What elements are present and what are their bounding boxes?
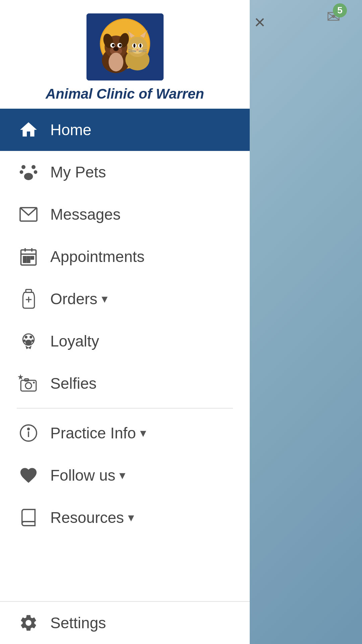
nav-label-home: Home [50, 121, 92, 139]
info-icon [17, 421, 40, 445]
svg-rect-43 [23, 260, 26, 263]
svg-rect-44 [27, 260, 30, 263]
nav-label-follow-us: Follow us [50, 466, 115, 484]
camera-star-icon [17, 372, 40, 395]
calendar-icon [17, 245, 40, 268]
svg-point-49 [25, 336, 27, 338]
nav-list: Home My Pets Me [0, 109, 250, 601]
logo-area: Animal Clinic of Warren [0, 0, 250, 109]
svg-rect-40 [23, 257, 26, 259]
logo-svg [86, 13, 164, 80]
nav-item-orders[interactable]: Orders ▾ [0, 278, 250, 320]
svg-point-62 [28, 428, 29, 430]
paw-icon [17, 160, 40, 184]
nav-label-my-pets: My Pets [50, 163, 106, 181]
svg-point-51 [23, 339, 25, 342]
nav-item-loyalty[interactable]: Loyalty [0, 320, 250, 362]
home-icon [17, 118, 40, 142]
svg-marker-55 [18, 374, 23, 380]
nav-label-messages: Messages [50, 205, 121, 223]
nav-item-appointments[interactable]: Appointments [0, 235, 250, 278]
nav-label-appointments: Appointments [50, 248, 144, 266]
svg-point-8 [113, 47, 119, 51]
svg-point-34 [24, 173, 33, 180]
gear-icon [17, 611, 40, 635]
close-icon: × [254, 11, 265, 33]
nav-label-practice-info: Practice Info [50, 424, 136, 442]
close-button[interactable]: × [248, 10, 272, 34]
nav-item-selfies[interactable]: Selfies [0, 362, 250, 405]
bottle-icon [17, 287, 40, 311]
nav-item-practice-info[interactable]: Practice Info ▾ [0, 412, 250, 454]
heart-icon [17, 464, 40, 487]
svg-point-59 [33, 382, 35, 383]
loyalty-icon [17, 329, 40, 353]
nav-label-orders: Orders [50, 290, 98, 308]
message-count-badge: 5 [333, 3, 347, 17]
practice-info-chevron-icon: ▾ [140, 426, 146, 440]
svg-point-31 [32, 165, 36, 169]
book-icon [17, 506, 40, 529]
svg-point-24 [133, 44, 135, 48]
navigation-drawer: Animal Clinic of Warren Home [0, 0, 250, 644]
svg-point-12 [119, 44, 122, 47]
orders-chevron-icon: ▾ [102, 292, 108, 306]
svg-rect-42 [31, 257, 34, 259]
nav-divider [17, 408, 233, 409]
settings-bar[interactable]: Settings [0, 601, 250, 644]
svg-point-57 [25, 383, 32, 389]
nav-item-messages[interactable]: Messages [0, 193, 250, 235]
nav-label-selfies: Selfies [50, 374, 97, 392]
nav-item-my-pets[interactable]: My Pets [0, 151, 250, 193]
nav-label-loyalty: Loyalty [50, 332, 99, 350]
svg-rect-41 [27, 257, 30, 259]
clinic-logo [86, 13, 164, 80]
svg-point-25 [139, 44, 141, 48]
nav-item-resources[interactable]: Resources ▾ [0, 496, 250, 539]
svg-point-33 [34, 170, 38, 174]
svg-point-11 [112, 44, 115, 47]
settings-label: Settings [50, 614, 106, 632]
nav-item-home[interactable]: Home [0, 109, 250, 151]
envelope-icon [17, 203, 40, 226]
svg-point-50 [29, 336, 32, 338]
svg-marker-54 [25, 345, 32, 349]
nav-item-follow-us[interactable]: Follow us ▾ [0, 454, 250, 496]
resources-chevron-icon: ▾ [128, 511, 134, 525]
nav-label-resources: Resources [50, 508, 124, 527]
svg-point-13 [109, 53, 123, 71]
message-badge-container[interactable]: ✉ 5 [322, 5, 345, 29]
clinic-name: Animal Clinic of Warren [46, 86, 204, 102]
svg-point-53 [25, 340, 32, 345]
svg-point-30 [21, 165, 25, 169]
follow-us-chevron-icon: ▾ [119, 468, 125, 482]
svg-point-32 [20, 170, 23, 174]
svg-point-52 [31, 339, 34, 342]
